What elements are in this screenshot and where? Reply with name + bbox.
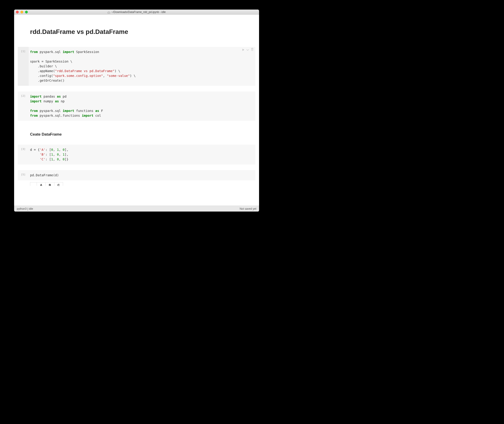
zoom-window-button[interactable] (25, 11, 28, 13)
table-header: B (45, 182, 54, 186)
save-status: Not saved yet (240, 207, 256, 210)
code-cell[interactable]: [5] pd.DataFrame(d) (18, 170, 255, 180)
cell-prompt: [1] (18, 47, 29, 86)
table-row: A B C (30, 182, 63, 186)
dataframe-output: A B C (14, 182, 259, 186)
chevron-down-icon[interactable] (246, 48, 249, 52)
cell-prompt: [5] (18, 170, 29, 180)
code-cell[interactable]: [2] import pandas as pd import numpy as … (18, 91, 255, 121)
table-header (30, 182, 37, 186)
cell-prompt: [2] (18, 91, 29, 121)
titlebar[interactable]: ~/Downloads/DataFrame_rdd_pd.ipynb - idl… (14, 10, 259, 15)
close-window-button[interactable] (16, 11, 19, 13)
notebook-content[interactable]: rdd.DataFrame vs pd.DataFrame [1] from p… (14, 15, 259, 206)
code-cell[interactable]: [3] d = {'A': [0, 1, 0], 'B': [1, 0, 1],… (18, 145, 255, 164)
heading-3: Ceate DataFrame (30, 132, 243, 137)
window-controls (16, 11, 28, 13)
run-cell-icon[interactable] (242, 48, 244, 52)
code-cell[interactable]: [1] from pyspark.sql import SparkSession… (18, 47, 255, 86)
kernel-status[interactable]: python3 | idle (17, 207, 33, 210)
cell-prompt: [3] (18, 145, 29, 164)
trash-icon[interactable] (251, 48, 254, 52)
minimize-window-button[interactable] (20, 11, 23, 13)
cell-code[interactable]: pd.DataFrame(d) (29, 170, 255, 180)
cell-code[interactable]: from pyspark.sql import SparkSession spa… (29, 47, 255, 86)
window-title: ~/Downloads/DataFrame_rdd_pd.ipynb - idl… (14, 11, 259, 14)
window-title-text: ~/Downloads/DataFrame_rdd_pd.ipynb - idl… (111, 11, 166, 14)
cell-code[interactable]: d = {'A': [0, 1, 0], 'B': [1, 0, 1], 'C'… (29, 145, 255, 164)
cell-toolbar (242, 48, 254, 52)
app-window: ~/Downloads/DataFrame_rdd_pd.ipynb - idl… (14, 10, 259, 212)
statusbar: python3 | idle Not saved yet (14, 206, 259, 212)
cell-code[interactable]: import pandas as pd import numpy as np f… (29, 91, 255, 121)
heading-1: rdd.DataFrame vs pd.DataFrame (30, 28, 243, 36)
output-table: A B C (30, 182, 63, 186)
home-icon (108, 11, 110, 13)
table-header: C (54, 182, 63, 186)
table-header: A (37, 182, 45, 186)
